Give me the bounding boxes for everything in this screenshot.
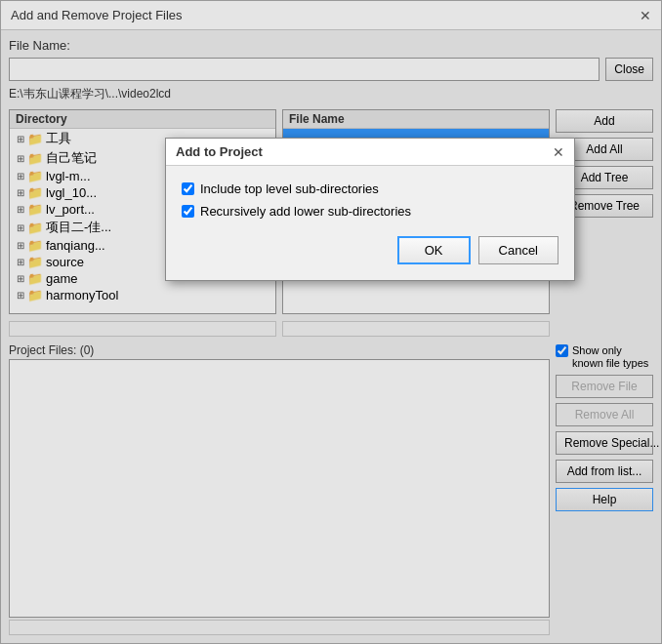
sub-checkbox-area: Include top level sub-directories Recurs… xyxy=(182,181,559,219)
include-subdirs-row: Include top level sub-directories xyxy=(182,181,559,196)
sub-dialog-title: Add to Project xyxy=(176,144,263,159)
sub-dialog-buttons: OK Cancel xyxy=(182,236,559,264)
recursive-subdirs-label: Recursively add lower sub-directories xyxy=(200,204,411,219)
overlay: Add to Project ✕ Include top level sub-d… xyxy=(1,1,661,643)
sub-dialog-content: Include top level sub-directories Recurs… xyxy=(166,166,574,280)
sub-cancel-button[interactable]: Cancel xyxy=(478,236,559,264)
main-dialog: Add and Remove Project Files ✕ File Name… xyxy=(0,0,662,644)
sub-title-bar: Add to Project ✕ xyxy=(166,139,574,166)
recursive-subdirs-row: Recursively add lower sub-directories xyxy=(182,204,559,219)
include-subdirs-label: Include top level sub-directories xyxy=(200,181,379,196)
add-to-project-dialog: Add to Project ✕ Include top level sub-d… xyxy=(165,138,575,281)
sub-ok-button[interactable]: OK xyxy=(397,236,471,264)
include-subdirs-checkbox[interactable] xyxy=(182,182,194,195)
sub-close-button[interactable]: ✕ xyxy=(553,144,564,160)
recursive-subdirs-checkbox[interactable] xyxy=(182,205,194,218)
